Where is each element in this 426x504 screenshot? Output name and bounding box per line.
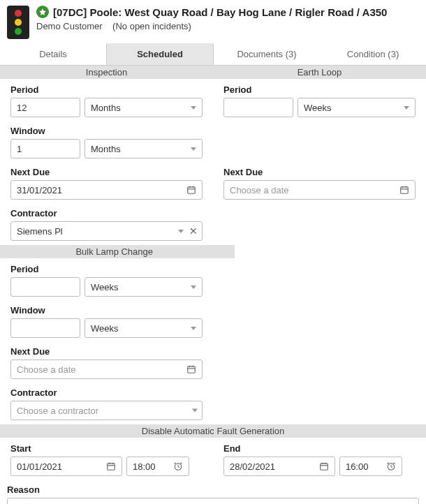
svg-line-19 bbox=[175, 463, 176, 464]
chevron-down-icon bbox=[191, 286, 196, 289]
section-header-earth-loop: Earth Loop bbox=[213, 66, 426, 79]
label-bulk-next-due: Next Due bbox=[3, 341, 210, 358]
inspection-next-due-date[interactable]: 31/01/2021 bbox=[10, 180, 203, 200]
label-end: End bbox=[216, 438, 423, 455]
earthloop-period-unit-select[interactable]: Weeks bbox=[298, 98, 416, 117]
label-start: Start bbox=[3, 438, 210, 455]
bulk-window-unit-select[interactable]: Weeks bbox=[85, 318, 203, 338]
label-earthloop-period: Period bbox=[216, 79, 423, 96]
label-inspection-next-due: Next Due bbox=[3, 161, 210, 179]
svg-line-20 bbox=[181, 463, 182, 464]
section-header-inspection: Inspection bbox=[0, 66, 213, 79]
label-earthloop-next-due: Next Due bbox=[216, 161, 423, 179]
clock-icon bbox=[173, 461, 183, 471]
page-title: [07DC] Poole: West Quay Road / Bay Hog L… bbox=[53, 6, 387, 18]
disable-start-time-value: 18:00 bbox=[133, 461, 156, 472]
svg-rect-8 bbox=[188, 366, 196, 373]
svg-rect-4 bbox=[401, 187, 409, 193]
chevron-down-icon bbox=[192, 409, 198, 413]
bulk-window-unit-value: Weeks bbox=[91, 323, 119, 334]
disable-end-time[interactable]: 16:00 bbox=[339, 457, 402, 476]
svg-line-28 bbox=[388, 463, 389, 464]
label-inspection-window: Window bbox=[3, 120, 210, 138]
calendar-icon bbox=[106, 461, 116, 471]
chevron-down-icon bbox=[404, 106, 409, 110]
label-bulk-window: Window bbox=[3, 299, 210, 317]
bulk-period-input[interactable] bbox=[10, 277, 80, 297]
svg-rect-0 bbox=[188, 187, 196, 193]
reason-input[interactable]: Site refurbishment. bbox=[7, 498, 419, 504]
tab-condition[interactable]: Condition (3) bbox=[320, 43, 426, 65]
label-bulk-contractor: Contractor bbox=[3, 382, 210, 399]
disable-start-date-value: 01/01/2021 bbox=[17, 461, 62, 472]
label-inspection-period: Period bbox=[3, 79, 210, 96]
bulk-next-due-placeholder: Choose a date bbox=[17, 364, 76, 375]
earthloop-period-input[interactable] bbox=[223, 98, 293, 117]
disable-end-date-value: 28/02/2021 bbox=[230, 461, 275, 472]
page-subtitle: Demo Customer (No open incidents) bbox=[36, 21, 419, 31]
green-light-icon bbox=[15, 28, 22, 35]
section-header-disable-fault: Disable Automatic Fault Generation bbox=[0, 424, 426, 438]
inspection-window-input[interactable]: 1 bbox=[10, 139, 80, 158]
earthloop-next-due-placeholder: Choose a date bbox=[230, 185, 289, 195]
clock-icon bbox=[386, 461, 396, 471]
tab-bar: Details Scheduled Documents (3) Conditio… bbox=[0, 43, 426, 66]
svg-line-27 bbox=[391, 467, 392, 468]
inspection-next-due-value: 31/01/2021 bbox=[17, 185, 62, 195]
inspection-contractor-value: Siemens Pl bbox=[17, 226, 63, 237]
inspection-period-input[interactable]: 12 bbox=[10, 98, 80, 117]
disable-start-date[interactable]: 01/01/2021 bbox=[10, 457, 122, 476]
bulk-period-unit-select[interactable]: Weeks bbox=[85, 277, 203, 297]
disable-end-date[interactable]: 28/02/2021 bbox=[223, 457, 335, 476]
disable-end-time-value: 16:00 bbox=[346, 461, 369, 472]
customer-name: Demo Customer bbox=[36, 21, 103, 31]
svg-rect-21 bbox=[321, 464, 328, 470]
label-reason: Reason bbox=[0, 479, 426, 496]
star-badge-icon bbox=[36, 6, 49, 18]
earthloop-period-unit-value: Weeks bbox=[304, 103, 332, 113]
page-header: [07DC] Poole: West Quay Road / Bay Hog L… bbox=[0, 0, 426, 42]
close-icon[interactable]: ✕ bbox=[189, 226, 198, 236]
tab-documents[interactable]: Documents (3) bbox=[214, 43, 320, 65]
bulk-window-input[interactable] bbox=[10, 318, 80, 338]
red-light-icon bbox=[15, 10, 22, 17]
inspection-period-unit-value: Months bbox=[91, 103, 121, 113]
inspection-period-unit-select[interactable]: Months bbox=[85, 98, 203, 117]
incidents-status: (No open incidents) bbox=[112, 21, 191, 31]
chevron-down-icon bbox=[191, 106, 196, 110]
label-bulk-period: Period bbox=[3, 258, 210, 276]
calendar-icon bbox=[186, 364, 196, 374]
calendar-icon bbox=[186, 185, 196, 195]
bulk-contractor-combo[interactable]: Choose a contractor bbox=[10, 401, 203, 420]
earthloop-next-due-date[interactable]: Choose a date bbox=[223, 180, 416, 200]
svg-rect-12 bbox=[108, 464, 115, 470]
bulk-next-due-date[interactable]: Choose a date bbox=[10, 360, 203, 379]
bulk-period-unit-value: Weeks bbox=[91, 282, 119, 292]
label-inspection-contractor: Contractor bbox=[3, 202, 210, 220]
inspection-contractor-combo[interactable]: Siemens Pl ✕ bbox=[10, 221, 203, 241]
tab-details[interactable]: Details bbox=[0, 43, 106, 65]
calendar-icon bbox=[399, 185, 409, 195]
chevron-down-icon bbox=[191, 327, 196, 330]
traffic-light-icon bbox=[7, 6, 29, 39]
svg-line-18 bbox=[178, 467, 179, 468]
amber-light-icon bbox=[15, 19, 22, 26]
inspection-window-unit-value: Months bbox=[91, 144, 121, 154]
tab-scheduled[interactable]: Scheduled bbox=[106, 43, 214, 65]
chevron-down-icon bbox=[178, 230, 184, 233]
calendar-icon bbox=[319, 461, 329, 471]
svg-line-29 bbox=[394, 463, 395, 464]
section-header-bulk-lamp: Bulk Lamp Change bbox=[0, 245, 235, 258]
chevron-down-icon bbox=[191, 147, 196, 151]
inspection-window-unit-select[interactable]: Months bbox=[85, 139, 203, 158]
bulk-contractor-placeholder: Choose a contractor bbox=[17, 406, 98, 416]
disable-start-time[interactable]: 18:00 bbox=[126, 457, 189, 476]
